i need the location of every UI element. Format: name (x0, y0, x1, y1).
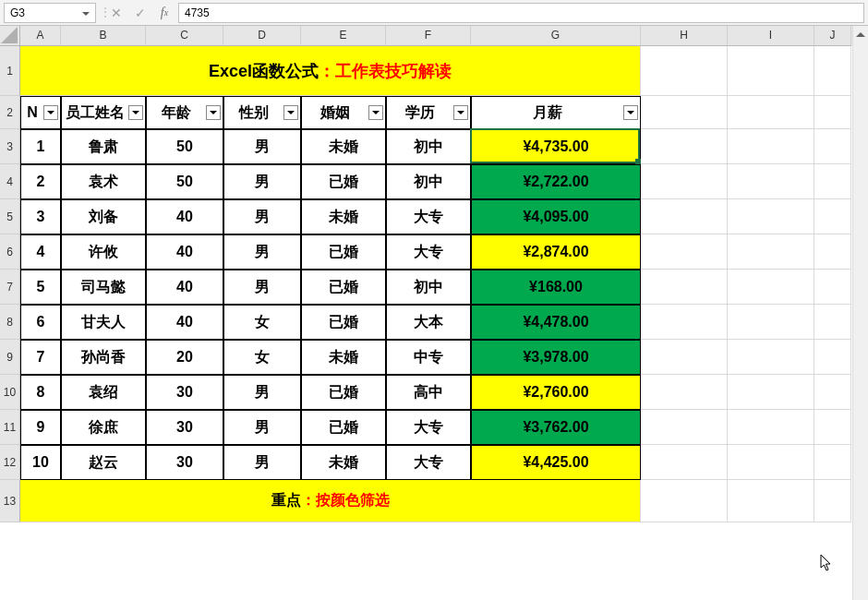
empty-cell[interactable] (728, 234, 814, 270)
vertical-scrollbar[interactable] (852, 26, 868, 600)
data-cell[interactable]: 9 (20, 410, 61, 445)
data-cell[interactable]: 袁术 (61, 164, 146, 199)
row-header-13[interactable]: 13 (0, 480, 20, 522)
filter-dropdown-button[interactable] (43, 105, 58, 120)
data-cell[interactable]: 赵云 (61, 445, 146, 480)
data-cell[interactable]: 7 (20, 340, 61, 375)
data-cell[interactable]: 男 (223, 375, 301, 410)
column-header-F[interactable]: F (386, 26, 471, 46)
column-header-H[interactable]: H (641, 26, 728, 46)
data-cell[interactable]: 已婚 (301, 270, 386, 305)
data-cell[interactable]: 3 (20, 199, 61, 234)
salary-cell[interactable]: ¥4,478.00 (471, 305, 641, 340)
data-cell[interactable]: 初中 (386, 164, 471, 199)
cancel-icon[interactable]: ✕ (106, 3, 127, 23)
empty-cell[interactable] (814, 46, 851, 96)
empty-cell[interactable] (814, 96, 851, 129)
row-header-1[interactable]: 1 (0, 46, 20, 96)
row-header-8[interactable]: 8 (0, 305, 20, 340)
empty-cell[interactable] (641, 375, 728, 410)
data-cell[interactable]: 袁绍 (61, 375, 146, 410)
empty-cell[interactable] (641, 234, 728, 270)
filter-dropdown-button[interactable] (128, 105, 143, 120)
filter-dropdown-button[interactable] (623, 105, 638, 120)
empty-cell[interactable] (814, 375, 851, 410)
data-cell[interactable]: 甘夫人 (61, 305, 146, 340)
empty-cell[interactable] (728, 199, 814, 234)
data-cell[interactable]: 已婚 (301, 410, 386, 445)
data-cell[interactable]: 已婚 (301, 164, 386, 199)
empty-cell[interactable] (814, 164, 851, 199)
data-cell[interactable]: 男 (223, 445, 301, 480)
data-cell[interactable]: 男 (223, 199, 301, 234)
data-cell[interactable]: 30 (146, 375, 223, 410)
data-cell[interactable]: 男 (223, 410, 301, 445)
accept-icon[interactable]: ✓ (130, 3, 151, 23)
salary-cell[interactable]: ¥4,735.00 (471, 129, 641, 164)
empty-cell[interactable] (728, 46, 814, 96)
filter-dropdown-button[interactable] (206, 105, 221, 120)
scrollbar-track[interactable] (853, 42, 868, 600)
data-cell[interactable]: 40 (146, 199, 223, 234)
scroll-up-button[interactable] (853, 26, 868, 42)
data-cell[interactable]: 20 (146, 340, 223, 375)
empty-cell[interactable] (728, 305, 814, 340)
data-cell[interactable]: 孙尚香 (61, 340, 146, 375)
row-header-7[interactable]: 7 (0, 270, 20, 305)
row-header-9[interactable]: 9 (0, 340, 20, 375)
row-header-2[interactable]: 2 (0, 96, 20, 129)
empty-cell[interactable] (814, 129, 851, 164)
data-cell[interactable]: 男 (223, 129, 301, 164)
data-cell[interactable]: 已婚 (301, 305, 386, 340)
data-cell[interactable]: 50 (146, 164, 223, 199)
data-cell[interactable]: 10 (20, 445, 61, 480)
empty-cell[interactable] (641, 129, 728, 164)
data-cell[interactable]: 40 (146, 234, 223, 270)
data-cell[interactable]: 40 (146, 270, 223, 305)
empty-cell[interactable] (814, 234, 851, 270)
data-cell[interactable]: 鲁肃 (61, 129, 146, 164)
empty-cell[interactable] (641, 199, 728, 234)
data-cell[interactable]: 大专 (386, 410, 471, 445)
empty-cell[interactable] (814, 270, 851, 305)
data-cell[interactable]: 许攸 (61, 234, 146, 270)
empty-cell[interactable] (728, 340, 814, 375)
data-cell[interactable]: 男 (223, 270, 301, 305)
salary-cell[interactable]: ¥2,874.00 (471, 234, 641, 270)
empty-cell[interactable] (728, 270, 814, 305)
data-cell[interactable]: 高中 (386, 375, 471, 410)
data-cell[interactable]: 未婚 (301, 129, 386, 164)
salary-cell[interactable]: ¥4,095.00 (471, 199, 641, 234)
data-cell[interactable]: 男 (223, 164, 301, 199)
data-cell[interactable]: 初中 (386, 129, 471, 164)
data-cell[interactable]: 4 (20, 234, 61, 270)
filter-dropdown-button[interactable] (453, 105, 468, 120)
data-cell[interactable]: 未婚 (301, 340, 386, 375)
formula-input[interactable]: 4735 (178, 3, 864, 23)
row-header-6[interactable]: 6 (0, 234, 20, 270)
salary-cell[interactable]: ¥3,762.00 (471, 410, 641, 445)
row-header-5[interactable]: 5 (0, 199, 20, 234)
empty-cell[interactable] (641, 445, 728, 480)
salary-cell[interactable]: ¥2,722.00 (471, 164, 641, 199)
salary-cell[interactable]: ¥3,978.00 (471, 340, 641, 375)
data-cell[interactable]: 已婚 (301, 375, 386, 410)
data-cell[interactable]: 30 (146, 410, 223, 445)
data-cell[interactable]: 徐庶 (61, 410, 146, 445)
data-cell[interactable]: 40 (146, 305, 223, 340)
empty-cell[interactable] (641, 410, 728, 445)
column-header-I[interactable]: I (728, 26, 814, 46)
column-header-D[interactable]: D (223, 26, 301, 46)
data-cell[interactable]: 大专 (386, 234, 471, 270)
column-header-J[interactable]: J (814, 26, 851, 46)
data-cell[interactable]: 未婚 (301, 199, 386, 234)
data-cell[interactable]: 大专 (386, 199, 471, 234)
empty-cell[interactable] (641, 270, 728, 305)
empty-cell[interactable] (814, 410, 851, 445)
data-cell[interactable]: 50 (146, 129, 223, 164)
empty-cell[interactable] (641, 305, 728, 340)
column-header-E[interactable]: E (301, 26, 386, 46)
filter-dropdown-button[interactable] (283, 105, 298, 120)
data-cell[interactable]: 5 (20, 270, 61, 305)
data-cell[interactable]: 女 (223, 340, 301, 375)
